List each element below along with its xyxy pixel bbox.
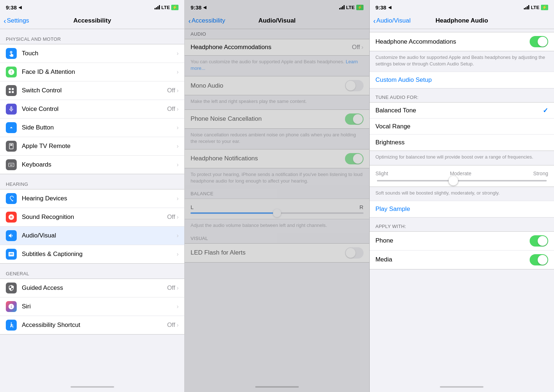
status-icons-1: LTE ⚡ xyxy=(154,5,179,10)
list-mono-audio: Mono Audio xyxy=(185,76,369,95)
svg-rect-2 xyxy=(9,91,11,93)
headphone-notif-toggle[interactable] xyxy=(345,153,364,164)
boost-slight-label: Slight xyxy=(376,171,388,176)
appletv-icon xyxy=(6,141,17,152)
location-icon-1: ◀ xyxy=(19,5,21,10)
list-item-sound-recognition[interactable]: Sound Recognition Off › xyxy=(0,208,184,227)
list-item-switch-control[interactable]: Switch Control Off › xyxy=(0,81,184,100)
side-button-icon xyxy=(6,122,17,133)
list-physical-motor: Touch › Face ID & Attention › Switch Con… xyxy=(0,44,184,174)
siri-icon xyxy=(6,301,17,312)
list-item-headphone-accommodations[interactable]: Headphone Accommodations Off › xyxy=(185,39,369,55)
back-button-1[interactable]: ‹ Settings xyxy=(4,17,29,24)
back-button-2[interactable]: ‹ Accessibility xyxy=(188,17,225,24)
item-value-switch-control: Off xyxy=(167,87,175,94)
audio-visual-icon xyxy=(6,230,17,241)
keyboards-icon xyxy=(6,159,17,170)
boost-strong-label: Strong xyxy=(533,171,548,176)
chevron-subtitles: › xyxy=(177,251,178,257)
ha-description: Customize the audio for supported Apple … xyxy=(370,51,554,72)
apply-phone-toggle[interactable] xyxy=(530,235,548,247)
svg-rect-0 xyxy=(9,88,11,90)
list-item-siri[interactable]: Siri › xyxy=(0,297,184,316)
boost-slider-track[interactable] xyxy=(377,180,547,181)
item-label-balanced-tone: Balanced Tone xyxy=(376,107,543,114)
svg-rect-1 xyxy=(12,88,14,90)
back-label-2: Accessibility xyxy=(192,17,225,24)
network-label-3: LTE xyxy=(531,5,539,10)
home-indicator-2 xyxy=(185,382,369,392)
list-item-audio-visual[interactable]: Audio/Visual › xyxy=(0,227,184,245)
list-item-subtitles[interactable]: Subtitles & Captioning › xyxy=(0,245,184,263)
back-label-3: Audio/Visual xyxy=(376,17,410,24)
list-item-accessibility-shortcut[interactable]: Accessibility Shortcut Off › xyxy=(0,316,184,334)
item-label-vocal-range: Vocal Range xyxy=(376,123,548,130)
panel-audio-visual: 9:38 ◀ LTE ⚡ ‹ Accessibility Audio/Visua… xyxy=(185,0,369,392)
signal-bars-2 xyxy=(339,5,345,9)
list-item-voice-control[interactable]: Voice Control Off › xyxy=(0,100,184,119)
ha-main-toggle[interactable] xyxy=(530,36,548,47)
item-value-accessibility-shortcut: Off xyxy=(167,321,175,329)
apply-media-toggle[interactable] xyxy=(530,254,548,265)
list-item-vocal-range[interactable]: Vocal Range xyxy=(370,119,554,135)
accessibility-shortcut-icon xyxy=(6,320,17,331)
list-item-headphone-notif[interactable]: Headphone Notifications xyxy=(185,149,369,168)
list-item-brightness[interactable]: Brightness xyxy=(370,135,554,151)
balance-slider-thumb[interactable] xyxy=(273,209,281,217)
phone-noise-toggle[interactable] xyxy=(345,113,364,125)
phone-noise-info: Noise cancellation reduces ambient noise… xyxy=(185,129,369,149)
page-title-2: Audio/Visual xyxy=(258,17,296,24)
content-3: Headphone Accommodations Customize the a… xyxy=(370,29,554,382)
faceid-icon xyxy=(6,67,17,77)
home-indicator-1 xyxy=(0,382,184,392)
status-time-1: 9:38 ◀ xyxy=(6,4,21,11)
list-item-touch[interactable]: Touch › xyxy=(0,44,184,63)
list-tune-options: Balanced Tone ✓ Vocal Range Brightness xyxy=(370,102,554,151)
list-item-hearing-devices[interactable]: Hearing Devices › xyxy=(0,189,184,208)
content-1: PHYSICAL AND MOTOR Touch › Face ID & Att… xyxy=(0,29,184,382)
sound-recognition-icon xyxy=(6,212,17,223)
led-flash-toggle[interactable] xyxy=(345,247,364,259)
chevron-siri: › xyxy=(177,303,178,310)
item-label-subtitles: Subtitles & Captioning xyxy=(22,251,177,258)
section-physical-header: PHYSICAL AND MOTOR xyxy=(0,29,184,44)
apply-section-label: APPLY WITH: xyxy=(370,218,554,231)
boost-slider-container: Slight Moderate Strong xyxy=(370,165,554,187)
list-item-keyboards[interactable]: Keyboards › xyxy=(0,156,184,174)
play-sample-link[interactable]: Play Sample xyxy=(376,205,410,212)
list-item-phone-noise[interactable]: Phone Noise Cancellation xyxy=(185,110,369,128)
list-item-led-flash[interactable]: LED Flash for Alerts xyxy=(185,244,369,262)
mono-audio-toggle[interactable] xyxy=(345,80,364,91)
status-bar-1: 9:38 ◀ LTE ⚡ xyxy=(0,0,184,13)
balance-info: Adjust the audio volume balance between … xyxy=(185,219,369,233)
custom-audio-setup-link[interactable]: Custom Audio Setup xyxy=(376,76,548,84)
list-item-appletv[interactable]: Apple TV Remote › xyxy=(0,137,184,156)
list-item-mono-audio[interactable]: Mono Audio xyxy=(185,76,369,95)
list-item-ha-toggle[interactable]: Headphone Accommodations xyxy=(370,32,554,51)
headphone-notif-info: To protect your hearing, iPhone sends a … xyxy=(185,168,369,189)
tune-section-label: TUNE AUDIO FOR: xyxy=(370,89,554,102)
back-button-3[interactable]: ‹ Audio/Visual xyxy=(373,17,411,24)
list-item-balanced-tone[interactable]: Balanced Tone ✓ xyxy=(370,103,554,119)
list-led-flash: LED Flash for Alerts xyxy=(185,243,369,263)
back-chevron-2: ‹ xyxy=(188,17,191,24)
touch-icon xyxy=(6,48,17,59)
list-item-faceid[interactable]: Face ID & Attention › xyxy=(0,63,184,81)
list-item-side-button[interactable]: Side Button › xyxy=(0,119,184,137)
svg-point-13 xyxy=(11,323,12,324)
boost-hint: Soft sounds will be boosted slightly, mo… xyxy=(370,187,554,201)
list-headphone-accommodations: Headphone Accommodations Off › xyxy=(185,39,369,56)
status-bar-2: 9:38 ◀ LTE ⚡ xyxy=(185,0,369,13)
list-item-apply-phone[interactable]: Phone xyxy=(370,232,554,251)
status-bar-3: 9:38 ◀ LTE ⚡ xyxy=(370,0,554,13)
battery-icon-2: ⚡ xyxy=(356,5,364,10)
balance-section-label: BALANCE xyxy=(185,189,369,199)
nav-bar-2: ‹ Accessibility Audio/Visual xyxy=(185,13,369,29)
list-apply-with: Phone Media xyxy=(370,231,554,269)
status-time-2: 9:38 ◀ xyxy=(190,4,206,11)
boost-slider-thumb[interactable] xyxy=(449,176,458,185)
list-item-apply-media[interactable]: Media xyxy=(370,251,554,269)
balance-slider-track[interactable] xyxy=(190,212,363,214)
list-item-guided-access[interactable]: Guided Access Off › xyxy=(0,279,184,297)
chevron-faceid: › xyxy=(177,69,178,75)
